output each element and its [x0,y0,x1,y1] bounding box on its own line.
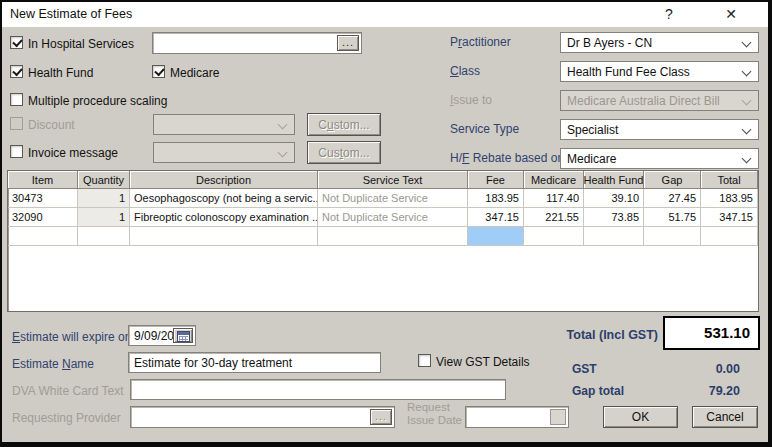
cell-quantity[interactable]: 1 [78,208,130,227]
dialog-title: New Estimate of Fees [10,7,132,21]
expire-date-label: Estimate will expire on [12,330,131,344]
invoice-message-combobox [153,142,295,163]
requesting-provider-browse-button: ... [370,409,392,425]
in-hospital-services-checkbox[interactable] [10,36,23,49]
cell-quantity[interactable]: 1 [78,189,130,208]
cell-service-text[interactable]: Not Duplicate Service [318,208,468,227]
total-incl-gst-label: Total (Incl GST) [492,328,658,342]
health-fund-label: Health Fund [28,66,93,80]
column-header-item[interactable]: Item [8,171,78,189]
column-header-gap[interactable]: Gap [644,171,701,189]
gap-total-label: Gap total [572,384,624,398]
multiple-procedure-scaling-label: Multiple procedure scaling [28,94,167,108]
title-bar: New Estimate of Fees ? ✕ [2,2,768,27]
practitioner-combobox-value: Dr B Ayers - CN [567,36,652,50]
view-gst-details-checkbox[interactable] [418,354,431,367]
items-table: Item Quantity Description Service Text F… [7,170,759,312]
class-label: Class [450,64,480,78]
table-row[interactable]: 32090 1 Fibreoptic colonoscopy examinati… [8,208,758,227]
service-type-combobox-value: Specialist [567,123,618,137]
request-issue-date-label: Request Issue Date [407,401,467,427]
cell-medicare[interactable]: 221.55 [524,208,584,227]
estimate-name-field[interactable] [128,352,381,373]
dva-white-card-field[interactable] [130,379,506,400]
requesting-provider-label: Requesting Provider [12,411,121,425]
requesting-provider-input [131,407,394,427]
column-header-health-fund[interactable]: Health Fund [584,171,644,189]
hf-rebate-combobox[interactable]: Medicare [560,148,759,169]
items-table-header: Item Quantity Description Service Text F… [8,171,758,189]
invoice-message-label: Invoice message [28,146,118,160]
selected-cell[interactable] [468,227,524,246]
medicare-checkbox[interactable] [152,65,165,78]
chevron-down-icon [742,67,752,77]
cell-fee[interactable]: 347.15 [468,208,524,227]
cell-medicare[interactable]: 117.40 [524,189,584,208]
practitioner-combobox[interactable]: Dr B Ayers - CN [560,32,759,53]
cell-fee[interactable]: 183.95 [468,189,524,208]
ok-button[interactable]: OK [603,406,678,428]
chevron-down-icon [278,148,288,158]
in-hospital-services-input[interactable] [153,33,361,53]
total-incl-gst-value: 531.10 [663,316,760,350]
table-row-empty[interactable] [8,227,758,246]
column-header-quantity[interactable]: Quantity [78,171,130,189]
service-type-combobox[interactable]: Specialist [560,119,759,140]
cell-item[interactable]: 30473 [8,189,78,208]
health-fund-checkbox[interactable] [10,65,23,78]
cell-health-fund[interactable]: 73.85 [584,208,644,227]
multiple-procedure-scaling-checkbox[interactable] [10,93,23,106]
column-header-description[interactable]: Description [130,171,318,189]
cell-gap[interactable]: 51.75 [644,208,701,227]
estimate-name-label: Estimate Name [12,357,94,371]
chevron-down-icon [742,125,752,135]
practitioner-label: Practitioner [450,35,511,49]
chevron-down-icon [742,154,752,164]
request-issue-date-dropdown-button [550,409,566,425]
column-header-total[interactable]: Total [701,171,758,189]
gap-total-value: 79.20 [652,384,740,398]
table-row[interactable]: 30473 1 Oesophagoscopy (not being a serv… [8,189,758,208]
in-hospital-services-label: In Hospital Services [28,37,134,51]
cell-total[interactable]: 347.15 [701,208,758,227]
gst-value: 0.00 [652,362,740,376]
in-hospital-browse-button[interactable]: ... [337,35,359,51]
chevron-down-icon [278,120,288,130]
dva-white-card-label: DVA White Card Text [12,384,124,398]
expire-date-field[interactable] [128,325,196,346]
dva-white-card-input[interactable] [131,381,505,400]
cell-gap[interactable]: 27.45 [644,189,701,208]
chevron-down-icon [742,96,752,106]
gst-label: GST [572,362,597,376]
issue-to-combobox-value: Medicare Australia Direct Bill [567,94,720,108]
issue-to-combobox: Medicare Australia Direct Bill [560,90,759,111]
class-combobox[interactable]: Health Fund Fee Class [560,61,759,82]
close-icon[interactable]: ✕ [720,4,742,24]
cancel-button[interactable]: Cancel [692,406,758,428]
cell-total[interactable]: 183.95 [701,189,758,208]
requesting-provider-field: ... [130,406,395,428]
cell-description[interactable]: Fibreoptic colonoscopy examination ... [130,208,318,227]
calendar-icon [177,331,190,342]
cell-service-text[interactable]: Not Duplicate Service [318,189,468,208]
estimate-name-input[interactable] [129,354,380,373]
issue-to-label: Issue to [450,93,492,107]
in-hospital-services-field[interactable]: ... [152,32,362,54]
column-header-fee[interactable]: Fee [468,171,524,189]
hf-rebate-combobox-value: Medicare [567,152,616,166]
hf-rebate-label: H/F Rebate based on [450,151,564,165]
new-estimate-of-fees-dialog: New Estimate of Fees ? ✕ In Hospital Ser… [0,0,772,447]
invoice-message-checkbox[interactable] [10,145,23,158]
column-header-medicare[interactable]: Medicare [524,171,584,189]
column-header-service-text[interactable]: Service Text [318,171,468,189]
invoice-message-custom-button: Custom... [307,141,381,164]
cell-health-fund[interactable]: 39.10 [584,189,644,208]
help-icon[interactable]: ? [658,4,680,24]
chevron-down-icon [742,38,752,48]
cell-description[interactable]: Oesophagoscopy (not being a servic... [130,189,318,208]
cell-item[interactable]: 32090 [8,208,78,227]
service-type-label: Service Type [450,122,519,136]
medicare-label: Medicare [170,66,219,80]
discount-combobox [153,114,295,135]
calendar-button[interactable] [173,328,193,343]
